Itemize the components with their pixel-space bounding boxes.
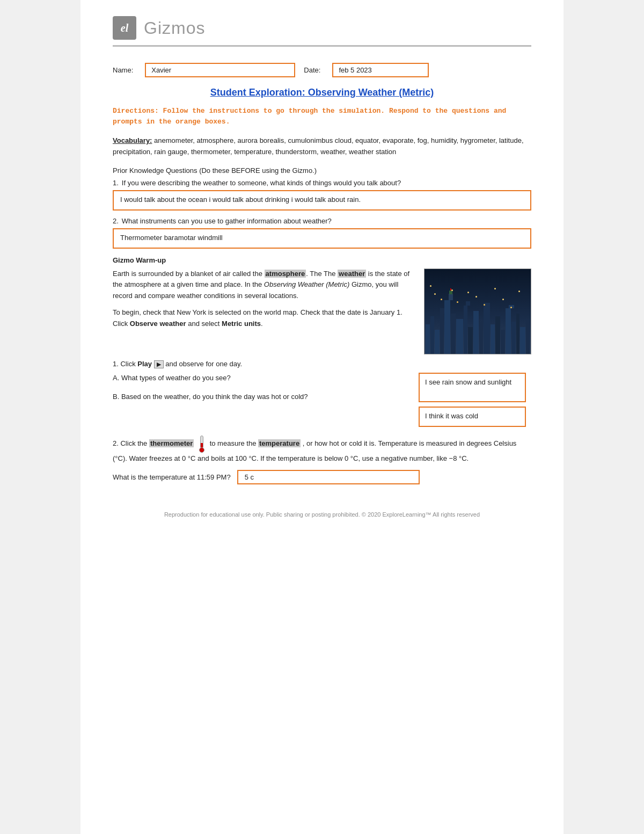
brand-name: Gizmos [144, 18, 205, 38]
weather-word: weather [338, 270, 366, 278]
warmup-city-image [424, 269, 531, 354]
warmup-layout: Earth is surrounded by a blanket of air … [113, 269, 531, 354]
atmosphere-word: atmosphere [265, 270, 306, 278]
vocabulary-section: Vocabulary: anemometer, atmosphere, auro… [113, 135, 531, 158]
warmup-question-2: 2. Click the thermometer to measure the … [113, 436, 531, 484]
sub-a-text: What types of weather do you see? [121, 374, 231, 382]
warmup-italic: Observing Weather (Metric) [264, 280, 349, 288]
directions-text: Directions: Follow the instructions to g… [113, 106, 531, 127]
warmup-sub-questions: A. What types of weather do you see? B. … [113, 373, 408, 407]
warmup-the: The [324, 270, 338, 278]
logo-icon: el [121, 22, 128, 34]
name-label: Name: [113, 66, 133, 74]
warmup-intro: Earth is surrounded by a blanket of air … [113, 269, 413, 354]
temperature-bold: temperature [258, 439, 301, 447]
warmup-heading: Gizmo Warm-up [113, 256, 531, 264]
warmup-period: . [261, 320, 263, 328]
answer-1-box[interactable]: I would talk about the ocean i would tal… [113, 190, 531, 211]
vocabulary-label: Vocabulary: [113, 136, 152, 144]
name-date-row: Name: Xavier Date: feb 5 2023 [113, 63, 531, 77]
question-1: 1. If you were describing the weather to… [113, 179, 531, 211]
sub-a-label: A. [113, 374, 119, 382]
warmup-dot: . The [306, 270, 321, 278]
warmup-and: and select [186, 320, 222, 328]
prior-knowledge-section: Prior Knowledge Questions (Do these BEFO… [113, 166, 531, 249]
warmup-intro-p1: Earth is surrounded by a blanket of air … [113, 270, 262, 278]
warmup-q1-text2: and observe for one day. [165, 360, 242, 368]
sub-question-a: A. What types of weather do you see? [113, 373, 408, 383]
header: el Gizmos [113, 16, 531, 47]
warmup-q2-text-before: Click the [120, 439, 149, 447]
logo-box: el [113, 16, 136, 40]
footer: Reproduction for educational use only. P… [113, 506, 531, 518]
date-field[interactable]: feb 5 2023 [332, 63, 429, 77]
thermometer-icon [197, 436, 206, 453]
name-field[interactable]: Xavier [145, 63, 295, 77]
metric-units-bold: Metric units [222, 320, 261, 328]
answer-2-box[interactable]: Thermometer baramotar windmill [113, 228, 531, 249]
question-1-text: 1. If you were describing the weather to… [113, 179, 531, 187]
warmup-question-1: 1. Click Play ▶ and observe for one day.… [113, 360, 531, 427]
warmup-q1-number: 1. [113, 360, 119, 368]
question-2-text: 2. What instruments can you use to gathe… [113, 217, 531, 225]
warmup-section: Gizmo Warm-up Earth is surrounded by a b… [113, 256, 531, 484]
vocabulary-terms: anemometer, atmosphere, aurora borealis,… [113, 136, 524, 156]
sub-b-text: Based on the weather, do you think the d… [121, 393, 308, 401]
play-bold: Play [137, 360, 152, 368]
date-label: Date: [304, 66, 320, 74]
warmup-q1-text: Click [120, 360, 137, 368]
sub-b-label: B. [113, 393, 119, 401]
answer-sub-b[interactable]: I think it was cold [419, 407, 526, 427]
sub-question-b: B. Based on the weather, do you think th… [113, 391, 408, 402]
play-icon[interactable]: ▶ [154, 360, 164, 368]
warmup-questions: 1. Click Play ▶ and observe for one day.… [113, 360, 531, 484]
temp-question-label: What is the temperature at 11:59 PM? [113, 473, 231, 481]
prior-knowledge-heading: Prior Knowledge Questions (Do these BEFO… [113, 166, 531, 175]
warmup-q2-number: 2. [113, 439, 119, 447]
document-title: Student Exploration: Observing Weather (… [113, 87, 531, 98]
warmup-q2-text-middle: to measure the [210, 439, 258, 447]
temp-answer-box[interactable]: 5 c [237, 470, 420, 484]
page: el Gizmos Name: Xavier Date: feb 5 2023 … [80, 0, 564, 834]
thermometer-bold: thermometer [149, 439, 194, 447]
temp-question-row: What is the temperature at 11:59 PM? 5 c [113, 470, 531, 484]
question-2: 2. What instruments can you use to gathe… [113, 217, 531, 249]
warmup-answers-col: I see rain snow and sunlight I think it … [419, 373, 531, 427]
observe-weather-bold: Observe weather [130, 320, 186, 328]
answer-sub-a[interactable]: I see rain snow and sunlight [419, 373, 526, 402]
